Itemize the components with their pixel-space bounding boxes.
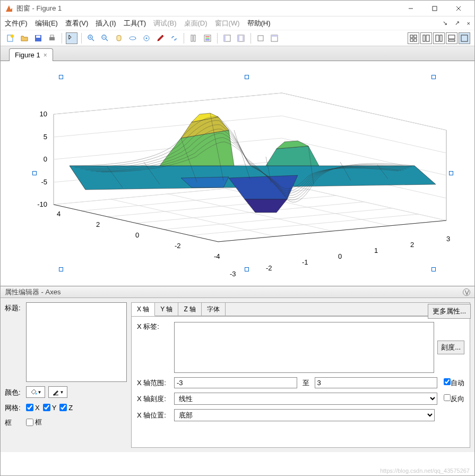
pen-icon <box>52 388 59 396</box>
plot-area[interactable]: 10 5 0 -5 -10 4 2 0 -2 -4 -3 -2 -1 0 1 2… <box>1 61 474 286</box>
x-tick: -2 <box>266 264 272 272</box>
menu-tools[interactable]: 工具(T) <box>124 19 146 28</box>
figure-tab[interactable]: Figure 1 × <box>9 48 53 61</box>
close-button[interactable] <box>446 1 470 16</box>
dock-button[interactable] <box>269 32 280 44</box>
link-button[interactable] <box>168 32 180 44</box>
data-cursor-button[interactable] <box>141 32 152 44</box>
axis-properties-panel: 更多属性... X 轴 Y 轴 Z 轴 字体 X 标签: 刻度... X 轴范围… <box>131 302 470 448</box>
tab-x-axis[interactable]: X 轴 <box>132 303 155 316</box>
insert-legend-button[interactable] <box>202 32 213 44</box>
grid-label: 网格: <box>5 402 23 413</box>
dock-out-icon[interactable]: ↗ <box>455 20 460 27</box>
rotate-3d-button[interactable] <box>127 32 139 44</box>
matlab-logo-icon <box>5 4 13 13</box>
x-location-label: X 轴位置: <box>137 411 171 420</box>
print-button[interactable] <box>46 32 58 44</box>
open-button[interactable] <box>19 32 30 44</box>
hide-plot-tools-button[interactable] <box>221 32 233 44</box>
title-label: 标题: <box>5 302 23 313</box>
property-editor-title: 属性编辑器 - Axes <box>5 287 61 297</box>
layout-right-button[interactable] <box>433 32 445 44</box>
watermark: https://blog.csdn.net/qq_43575267 <box>380 468 470 474</box>
svg-rect-44 <box>461 35 468 41</box>
collapse-icon[interactable]: ⋁ <box>463 288 470 296</box>
layout-grid-button[interactable] <box>408 32 419 44</box>
toggle-button-1[interactable] <box>255 32 266 44</box>
svg-line-50 <box>282 93 446 130</box>
svg-marker-77 <box>229 175 298 199</box>
menu-desktop[interactable]: 桌面(D) <box>184 19 208 28</box>
tab-y-axis[interactable]: Y 轴 <box>155 303 178 316</box>
svg-line-11 <box>92 39 94 41</box>
new-figure-button[interactable] <box>5 32 16 44</box>
layout-bottom-button[interactable] <box>446 32 457 44</box>
y-tick: 2 <box>96 220 100 228</box>
fill-color-button[interactable]: ▼ <box>26 386 45 398</box>
show-plot-tools-button[interactable] <box>235 32 247 44</box>
menu-bar: 文件(F) 编辑(E) 查看(V) 插入(I) 工具(T) 调试(B) 桌面(D… <box>1 16 474 30</box>
property-editor-header: 属性编辑器 - Axes ⋁ <box>1 286 474 298</box>
z-tick: 5 <box>44 133 47 141</box>
svg-point-19 <box>146 37 148 39</box>
title-input[interactable] <box>26 302 127 382</box>
more-properties-button[interactable]: 更多属性... <box>428 304 471 319</box>
z-tick: -5 <box>41 178 47 186</box>
x-scale-label: X 轴刻度: <box>137 394 171 404</box>
grid-y-checkbox[interactable]: Y <box>43 404 57 412</box>
dock-in-icon[interactable]: ↘ <box>443 20 447 27</box>
layout-left-button[interactable] <box>420 32 432 44</box>
svg-rect-38 <box>423 35 425 41</box>
svg-line-49 <box>54 93 282 114</box>
insert-colorbar-button[interactable] <box>188 32 200 44</box>
window-titlebar: 图窗 - Figure 1 <box>1 1 474 16</box>
menu-debug[interactable]: 调试(B) <box>153 19 176 28</box>
x-range-max-input[interactable] <box>315 377 438 388</box>
tab-close-icon[interactable]: × <box>44 52 47 59</box>
pan-button[interactable] <box>113 32 125 44</box>
x-location-select[interactable]: 底部 <box>174 409 435 421</box>
svg-line-15 <box>106 39 108 41</box>
menu-window[interactable]: 窗口(W) <box>215 19 240 28</box>
x-range-min-input[interactable] <box>174 377 297 388</box>
layout-single-button[interactable] <box>459 32 470 44</box>
grid-x-checkbox[interactable]: X <box>26 404 40 412</box>
close-panel-icon[interactable]: × <box>467 20 470 27</box>
svg-rect-33 <box>271 35 278 37</box>
svg-rect-42 <box>448 35 455 39</box>
ticks-button[interactable]: 刻度... <box>437 341 464 354</box>
menu-view[interactable]: 查看(V) <box>65 19 88 28</box>
color-label: 颜色: <box>5 387 23 397</box>
line-color-button[interactable]: ▼ <box>48 386 67 398</box>
zoom-out-button[interactable] <box>99 32 111 44</box>
maximize-button[interactable] <box>422 1 446 16</box>
menu-file[interactable]: 文件(F) <box>5 19 28 28</box>
svg-rect-9 <box>50 35 54 37</box>
menu-insert[interactable]: 插入(I) <box>96 19 116 28</box>
svg-rect-35 <box>414 35 417 38</box>
x-auto-checkbox[interactable]: 自动 <box>444 378 464 388</box>
grid-z-checkbox[interactable]: Z <box>59 404 73 412</box>
box-checkbox[interactable]: 框 <box>26 418 42 427</box>
edit-plot-button[interactable] <box>66 32 77 44</box>
tab-z-axis[interactable]: Z 轴 <box>178 303 202 316</box>
z-tick: -10 <box>37 200 47 208</box>
minimize-button[interactable] <box>399 1 422 16</box>
x-label-input[interactable] <box>174 322 434 373</box>
svg-rect-31 <box>258 36 263 41</box>
svg-rect-40 <box>436 35 439 41</box>
axis-tabs: X 轴 Y 轴 Z 轴 字体 <box>132 303 470 317</box>
y-tick: 4 <box>57 210 61 218</box>
brush-button[interactable] <box>154 32 166 44</box>
property-editor-panel: 标题: 颜色: ▼ ▼ 网格: X Y Z 框 框 更多属性... <box>1 298 474 452</box>
svg-rect-27 <box>224 35 226 41</box>
x-reverse-checkbox[interactable]: 反向 <box>444 394 464 404</box>
tab-font[interactable]: 字体 <box>202 303 226 316</box>
menu-help[interactable]: 帮助(H) <box>247 19 271 28</box>
menu-edit[interactable]: 编辑(E) <box>35 19 58 28</box>
zoom-in-button[interactable] <box>85 32 97 44</box>
save-button[interactable] <box>32 32 44 44</box>
paint-bucket-icon <box>30 388 37 396</box>
x-scale-select[interactable]: 线性 <box>174 393 437 405</box>
y-tick: -4 <box>214 252 220 260</box>
